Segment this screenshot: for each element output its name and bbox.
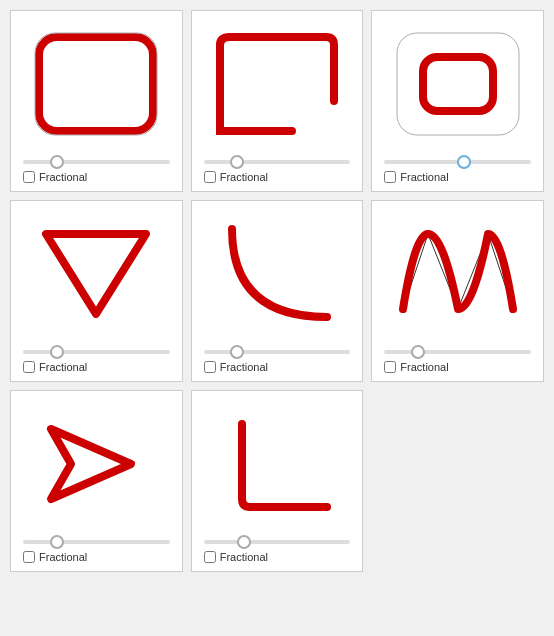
checkbox-row-7: Fractional (23, 551, 87, 563)
fractional-checkbox-2[interactable] (204, 171, 216, 183)
svg-rect-2 (397, 33, 519, 135)
fractional-label-1: Fractional (39, 171, 87, 183)
card-triangle: Fractional (10, 200, 183, 382)
card-rounded-rect-small: Fractional (371, 10, 544, 192)
slider-2[interactable] (204, 160, 351, 164)
card-rounded-rect-full: Fractional (10, 10, 183, 192)
shape-area-2 (202, 19, 352, 149)
shape-area-4 (21, 209, 171, 339)
shape-grid: Fractional Fractional (10, 10, 544, 572)
controls-2: Fractional (200, 153, 355, 183)
shape-area-1 (21, 19, 171, 149)
slider-6[interactable] (384, 350, 531, 354)
slider-row-7[interactable] (23, 533, 170, 547)
fractional-label-2: Fractional (220, 171, 268, 183)
checkbox-row-1: Fractional (23, 171, 87, 183)
shape-area-5 (202, 209, 352, 339)
checkbox-row-2: Fractional (204, 171, 268, 183)
fractional-label-7: Fractional (39, 551, 87, 563)
fractional-label-4: Fractional (39, 361, 87, 373)
card-rounded-rect-partial: Fractional (191, 10, 364, 192)
shape-area-6 (383, 209, 533, 339)
shape-area-3 (383, 19, 533, 149)
slider-5[interactable] (204, 350, 351, 354)
controls-7: Fractional (19, 533, 174, 563)
fractional-checkbox-3[interactable] (384, 171, 396, 183)
fractional-label-6: Fractional (400, 361, 448, 373)
controls-3: Fractional (380, 153, 535, 183)
svg-rect-0 (39, 37, 153, 131)
fractional-checkbox-1[interactable] (23, 171, 35, 183)
svg-rect-3 (423, 57, 493, 111)
svg-rect-1 (35, 33, 157, 135)
fractional-label-3: Fractional (400, 171, 448, 183)
card-curve: Fractional (191, 200, 364, 382)
slider-row-4[interactable] (23, 343, 170, 357)
slider-7[interactable] (23, 540, 170, 544)
slider-row-1[interactable] (23, 153, 170, 167)
card-arrow: Fractional (10, 390, 183, 572)
fractional-checkbox-4[interactable] (23, 361, 35, 373)
checkbox-row-4: Fractional (23, 361, 87, 373)
controls-1: Fractional (19, 153, 174, 183)
controls-4: Fractional (19, 343, 174, 373)
card-wave: Fractional (371, 200, 544, 382)
fractional-checkbox-6[interactable] (384, 361, 396, 373)
checkbox-row-3: Fractional (384, 171, 448, 183)
card-corner: Fractional (191, 390, 364, 572)
slider-4[interactable] (23, 350, 170, 354)
fractional-label-5: Fractional (220, 361, 268, 373)
controls-6: Fractional (380, 343, 535, 373)
slider-row-5[interactable] (204, 343, 351, 357)
slider-row-8[interactable] (204, 533, 351, 547)
slider-row-3[interactable] (384, 153, 531, 167)
slider-row-6[interactable] (384, 343, 531, 357)
fractional-checkbox-8[interactable] (204, 551, 216, 563)
fractional-label-8: Fractional (220, 551, 268, 563)
checkbox-row-6: Fractional (384, 361, 448, 373)
shape-area-7 (21, 399, 171, 529)
slider-row-2[interactable] (204, 153, 351, 167)
controls-5: Fractional (200, 343, 355, 373)
fractional-checkbox-5[interactable] (204, 361, 216, 373)
checkbox-row-8: Fractional (204, 551, 268, 563)
shape-area-8 (202, 399, 352, 529)
slider-3[interactable] (384, 160, 531, 164)
slider-8[interactable] (204, 540, 351, 544)
controls-8: Fractional (200, 533, 355, 563)
fractional-checkbox-7[interactable] (23, 551, 35, 563)
slider-1[interactable] (23, 160, 170, 164)
checkbox-row-5: Fractional (204, 361, 268, 373)
